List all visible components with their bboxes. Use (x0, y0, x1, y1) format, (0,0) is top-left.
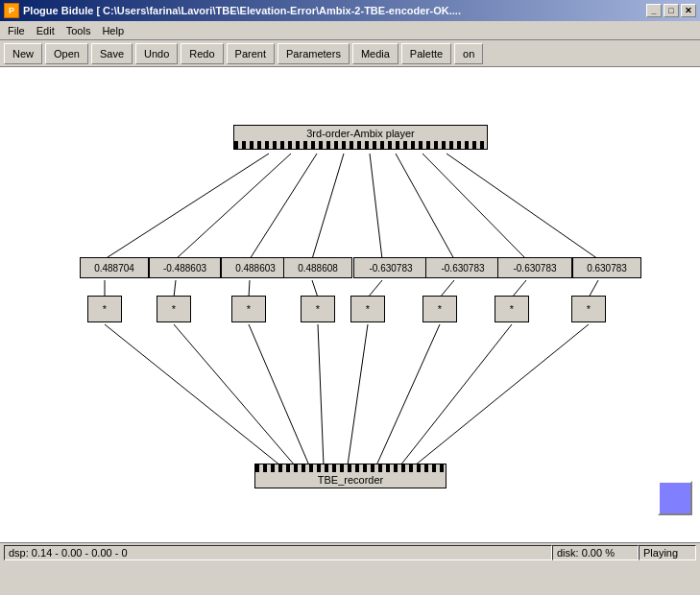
mult-box-1[interactable]: * (157, 296, 191, 322)
play-state-text: Playing (643, 547, 678, 559)
undo-button[interactable]: Undo (135, 43, 178, 64)
title-bar: P Plogue Bidule [ C:\Users\farina\Lavori… (0, 0, 700, 21)
svg-line-18 (249, 324, 309, 465)
player-node-label: 3rd-order-Ambix player (301, 126, 420, 141)
val-box-2[interactable]: 0.488603 (221, 257, 290, 278)
val-box-4[interactable]: -0.630783 (353, 257, 428, 278)
mult-box-2[interactable]: * (231, 296, 266, 322)
app-icon-letter: P (9, 6, 14, 15)
mult-box-7[interactable]: * (571, 296, 606, 322)
mult-box-0[interactable]: * (87, 296, 122, 322)
title-bar-left: P Plogue Bidule [ C:\Users\farina\Lavori… (4, 3, 461, 18)
recorder-node-label: TBE_recorder (312, 472, 389, 488)
svg-line-22 (400, 324, 512, 465)
mult-box-4[interactable]: * (350, 296, 385, 322)
play-status: Playing (639, 545, 696, 560)
close-button[interactable]: ✕ (681, 4, 696, 17)
parameters-button[interactable]: Parameters (278, 43, 350, 64)
player-node[interactable]: 3rd-order-Ambix player (233, 125, 488, 150)
redo-button[interactable]: Redo (181, 43, 223, 64)
svg-line-6 (422, 154, 526, 259)
svg-line-7 (447, 154, 598, 259)
mult-box-3[interactable]: * (301, 296, 335, 322)
on-button[interactable]: on (454, 43, 483, 64)
svg-line-0 (105, 154, 269, 259)
svg-line-5 (396, 154, 454, 259)
svg-line-23 (415, 324, 589, 465)
menu-bar: File Edit Tools Help (0, 21, 700, 40)
status-bar: dsp: 0.14 - 0.00 - 0.00 - 0 disk: 0.00 %… (0, 542, 700, 561)
main-canvas: 3rd-order-Ambix player 0.488704 -0.48860… (0, 67, 700, 542)
val-box-3[interactable]: 0.488608 (283, 257, 352, 278)
window-title: Plogue Bidule [ C:\Users\farina\Lavori\T… (23, 5, 461, 16)
media-button[interactable]: Media (352, 43, 398, 64)
disk-text: disk: 0.00 % (557, 547, 615, 559)
svg-line-4 (370, 154, 382, 259)
svg-line-17 (174, 324, 295, 465)
toolbar: New Open Save Undo Redo Parent Parameter… (0, 40, 700, 67)
parent-button[interactable]: Parent (227, 43, 275, 64)
val-box-1[interactable]: -0.488603 (149, 257, 221, 278)
recorder-input-ports (255, 464, 446, 472)
open-button[interactable]: Open (45, 43, 88, 64)
app-icon: P (4, 3, 19, 18)
palette-button[interactable]: Palette (401, 43, 451, 64)
svg-line-2 (250, 154, 317, 259)
svg-line-19 (318, 324, 324, 465)
new-button[interactable]: New (4, 43, 42, 64)
svg-line-21 (376, 324, 440, 465)
maximize-button[interactable]: □ (664, 4, 679, 17)
menu-edit[interactable]: Edit (31, 23, 60, 38)
svg-line-16 (105, 324, 280, 465)
svg-line-3 (312, 154, 344, 259)
mult-box-6[interactable]: * (495, 296, 529, 322)
menu-tools[interactable]: Tools (60, 23, 97, 38)
dsp-status: dsp: 0.14 - 0.00 - 0.00 - 0 (4, 545, 552, 560)
menu-help[interactable]: Help (96, 23, 130, 38)
mult-box-5[interactable]: * (422, 296, 457, 322)
val-box-7[interactable]: 0.630783 (572, 257, 641, 278)
blue-button[interactable] (658, 481, 692, 515)
svg-line-1 (176, 154, 291, 259)
window-controls: _ □ ✕ (646, 4, 696, 17)
val-box-5[interactable]: -0.630783 (425, 257, 500, 278)
save-button[interactable]: Save (91, 43, 133, 64)
val-box-6[interactable]: -0.630783 (497, 257, 572, 278)
dsp-text: dsp: 0.14 - 0.00 - 0.00 - 0 (9, 547, 128, 559)
recorder-node[interactable]: TBE_recorder (254, 464, 447, 488)
minimize-button[interactable]: _ (646, 4, 662, 17)
disk-status: disk: 0.00 % (552, 545, 639, 560)
val-box-0[interactable]: 0.488704 (80, 257, 149, 278)
menu-file[interactable]: File (2, 23, 31, 38)
player-output-ports (234, 141, 487, 149)
svg-line-20 (348, 324, 368, 465)
